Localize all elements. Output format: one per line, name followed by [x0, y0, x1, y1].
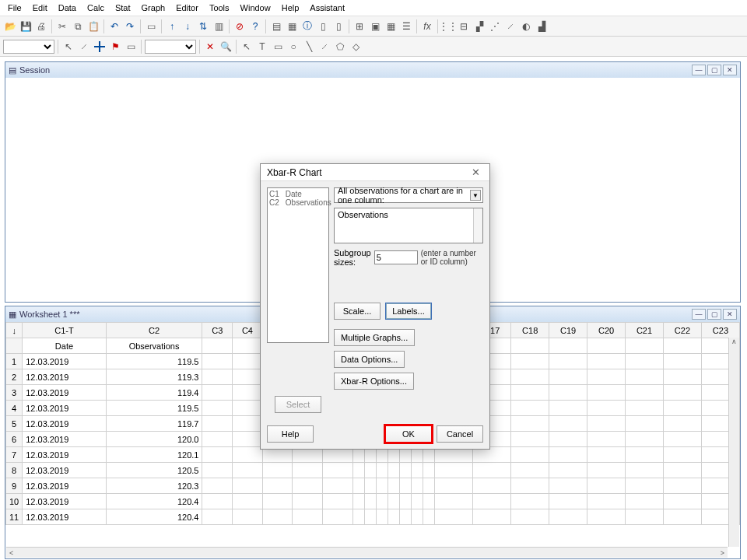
cell-obs[interactable]: 120.4 — [106, 509, 202, 525]
graph-combo[interactable] — [145, 40, 196, 54]
variable-list[interactable]: C1Date C2Observations — [267, 187, 329, 343]
cell-empty[interactable] — [435, 494, 473, 509]
close-button[interactable]: ✕ — [723, 309, 737, 320]
row-header[interactable]: 4 — [6, 401, 23, 416]
cell-empty[interactable] — [626, 369, 664, 385]
scale-button[interactable]: Scale... — [334, 303, 381, 320]
cell-date[interactable]: 12.03.2019 — [23, 447, 106, 463]
cell-empty[interactable] — [435, 463, 473, 478]
cell-empty[interactable] — [400, 509, 412, 525]
cell-empty[interactable] — [364, 494, 376, 509]
cell-empty[interactable] — [202, 416, 233, 432]
col-header[interactable]: C19 — [549, 323, 587, 338]
cell-empty[interactable] — [412, 494, 423, 509]
cell-obs[interactable]: 120.0 — [106, 432, 202, 447]
cell-empty[interactable] — [549, 432, 587, 447]
xbar-r-options-button[interactable]: Xbar-R Options... — [334, 373, 414, 390]
cell-date[interactable]: 12.03.2019 — [23, 463, 106, 478]
cell-empty[interactable] — [376, 478, 388, 494]
selector-combo[interactable] — [3, 40, 54, 54]
cell-empty[interactable] — [549, 385, 587, 401]
help-icon[interactable]: ? — [248, 19, 262, 33]
cell-empty[interactable] — [352, 494, 364, 509]
row-header[interactable]: 5 — [6, 416, 23, 432]
cell-empty[interactable] — [293, 494, 323, 509]
help-button[interactable]: Help — [267, 425, 314, 443]
list-icon[interactable]: ☰ — [399, 19, 413, 33]
cell-empty[interactable] — [549, 416, 587, 432]
cell-empty[interactable] — [400, 463, 412, 478]
paste-icon[interactable]: 📋 — [86, 19, 100, 33]
row-header[interactable]: 9 — [6, 478, 23, 494]
cell-empty[interactable] — [511, 432, 549, 447]
cell-empty[interactable] — [202, 494, 233, 509]
menu-window[interactable]: Window — [236, 2, 275, 14]
row-header[interactable] — [6, 338, 23, 354]
cell-date[interactable]: 12.03.2019 — [23, 416, 106, 432]
tile-icon[interactable]: ⊞ — [352, 19, 366, 33]
col-header[interactable]: C3 — [202, 323, 233, 338]
cell-empty[interactable] — [202, 463, 233, 478]
cell-empty[interactable] — [262, 509, 293, 525]
piechart-icon[interactable]: ◐ — [519, 19, 533, 33]
menu-file[interactable]: File — [3, 2, 26, 14]
cell-empty[interactable] — [663, 416, 701, 432]
cell-empty[interactable] — [511, 385, 549, 401]
col-header[interactable]: C20 — [587, 323, 626, 338]
cell-empty[interactable] — [400, 478, 412, 494]
cell-empty[interactable] — [400, 494, 412, 509]
cut-icon[interactable]: ✂ — [55, 19, 69, 33]
cell-empty[interactable] — [376, 463, 388, 478]
observations-input[interactable]: Observations — [334, 208, 483, 243]
cell-empty[interactable] — [202, 385, 233, 401]
cell-empty[interactable] — [352, 509, 364, 525]
col-header[interactable]: C21 — [626, 323, 664, 338]
cell-empty[interactable] — [323, 509, 353, 525]
cell-obs[interactable]: 119.5 — [106, 354, 202, 369]
boxplot-icon[interactable]: ⊟ — [457, 19, 471, 33]
region-icon[interactable]: ▭ — [124, 40, 138, 54]
cell-empty[interactable] — [626, 432, 664, 447]
zoom-icon[interactable]: 🔍 — [219, 40, 233, 54]
cancel-button[interactable]: Cancel — [437, 425, 483, 443]
cell-empty[interactable] — [293, 478, 323, 494]
session-window-icon[interactable]: ▤ — [269, 19, 283, 33]
col-header[interactable]: C2 — [106, 323, 202, 338]
cell-empty[interactable] — [233, 354, 263, 369]
cell-empty[interactable] — [663, 494, 701, 509]
row-header[interactable]: 6 — [6, 432, 23, 447]
row-header[interactable]: 1 — [6, 354, 23, 369]
data-arrangement-combo[interactable]: All observations for a chart are in one … — [334, 187, 483, 203]
report-icon[interactable]: ▯ — [331, 19, 345, 33]
cell-empty[interactable] — [549, 509, 587, 525]
menu-help[interactable]: Help — [277, 2, 304, 14]
circle-tool-icon[interactable]: ○ — [286, 40, 300, 54]
cell-empty[interactable] — [435, 478, 473, 494]
cell-empty[interactable] — [202, 447, 233, 463]
save-icon[interactable]: 💾 — [19, 19, 33, 33]
cell-obs[interactable]: 120.5 — [106, 463, 202, 478]
cell-empty[interactable] — [511, 478, 549, 494]
delete-icon[interactable]: ✕ — [203, 40, 217, 54]
cell-empty[interactable] — [587, 447, 626, 463]
col-name-cell[interactable]: Observations — [106, 338, 202, 354]
col-header[interactable]: C4 — [233, 323, 263, 338]
menu-tools[interactable]: Tools — [205, 2, 234, 14]
stop-icon[interactable]: ⊘ — [233, 19, 247, 33]
cell-empty[interactable] — [323, 463, 353, 478]
cell-empty[interactable] — [233, 478, 263, 494]
cell-empty[interactable] — [626, 463, 664, 478]
cell-empty[interactable] — [233, 369, 263, 385]
cell-empty[interactable] — [587, 369, 626, 385]
minimize-button[interactable]: — — [692, 65, 706, 75]
pointer-icon[interactable]: ↖ — [61, 40, 75, 54]
cell-empty[interactable] — [262, 478, 293, 494]
cell-empty[interactable] — [549, 463, 587, 478]
cell-empty[interactable] — [202, 401, 233, 416]
worksheet-window-icon[interactable]: ▦ — [285, 19, 299, 33]
cell-empty[interactable] — [587, 401, 626, 416]
cell-empty[interactable] — [549, 354, 587, 369]
cell-empty[interactable] — [549, 478, 587, 494]
cell-empty[interactable] — [388, 463, 400, 478]
row-header[interactable]: 7 — [6, 447, 23, 463]
